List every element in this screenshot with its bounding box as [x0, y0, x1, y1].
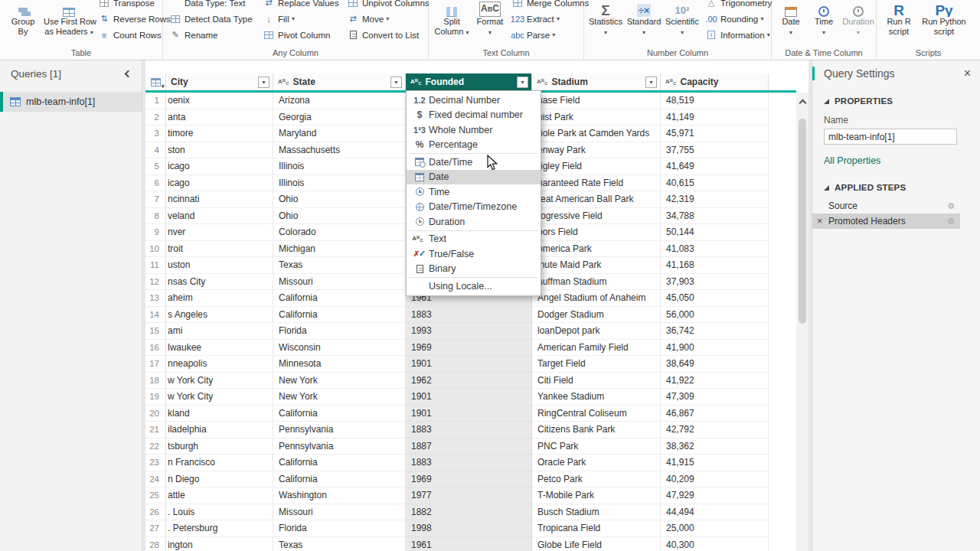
cell-state[interactable]: Wisconsin	[273, 340, 406, 357]
replace-values-button[interactable]: ⇄Replace Values	[259, 0, 343, 11]
split-column-button[interactable]: Split Column ▾	[431, 0, 472, 37]
cell-state[interactable]: Washington	[273, 487, 406, 504]
convert-to-list-button[interactable]: Convert to List	[343, 27, 429, 43]
menu-item-decimal-number[interactable]: 1.2Decimal Number	[407, 93, 541, 108]
row-number[interactable]: 5	[145, 158, 166, 175]
format-button[interactable]: ABC Format ▾	[472, 0, 508, 37]
cell-city[interactable]: nsas City	[166, 274, 273, 291]
cell-capacity[interactable]: 36,742	[661, 323, 769, 340]
cell-capacity[interactable]: 40,209	[661, 471, 769, 488]
cell-stadium[interactable]: auffman Stadium	[532, 274, 661, 291]
cell-city[interactable]: ston	[166, 142, 273, 159]
trigonometry-button[interactable]: △Trigonometry	[701, 0, 776, 11]
cell-capacity[interactable]: 41,649	[661, 158, 769, 175]
gear-icon[interactable]: ⚙	[947, 201, 955, 211]
cell-capacity[interactable]: 38,362	[661, 439, 769, 455]
cell-stadium[interactable]: T-Mobile Park	[532, 487, 661, 504]
cell-stadium[interactable]: Busch Stadium	[532, 504, 661, 521]
cell-founded[interactable]: 1977	[406, 487, 532, 504]
cell-city[interactable]: w York City	[166, 373, 273, 390]
cell-founded[interactable]: 1993	[406, 323, 532, 340]
cell-city[interactable]: s Angeles	[166, 307, 273, 324]
filter-button[interactable]: ▼	[645, 77, 657, 88]
menu-item-binary[interactable]: Binary	[407, 262, 541, 277]
cell-state[interactable]: Ohio	[273, 191, 406, 208]
parse-button[interactable]: abcParse ▾	[508, 27, 593, 43]
cell-city[interactable]: anta	[166, 109, 273, 126]
cell-stadium[interactable]: oors Field	[532, 224, 661, 241]
row-number[interactable]: 2	[145, 109, 166, 126]
cell-city[interactable]: w York City	[166, 389, 273, 406]
row-number[interactable]: 8	[145, 208, 166, 225]
cell-city[interactable]: kland	[166, 406, 273, 422]
cell-stadium[interactable]: Angel Stadium of Anaheim	[532, 290, 661, 307]
step-promoted-headers[interactable]: × Promoted Headers ⚙	[812, 214, 960, 229]
cell-founded[interactable]: 1901	[406, 389, 532, 406]
cell-state[interactable]: California	[273, 471, 406, 488]
column-header-founded[interactable]: ABC Founded ▼	[406, 73, 532, 90]
cell-capacity[interactable]: 47,929	[661, 487, 769, 504]
cell-capacity[interactable]: 40,300	[661, 537, 769, 551]
merge-columns-button[interactable]: Merge Columns	[508, 0, 593, 11]
rounding-button[interactable]: .00Rounding ▾	[701, 11, 776, 27]
applied-steps-section-header[interactable]: APPLIED STEPS	[824, 183, 980, 192]
cell-capacity[interactable]: 45,050	[661, 290, 769, 307]
cell-founded[interactable]: 1883	[406, 455, 532, 471]
query-list-item[interactable]: mlb-team-info[1]	[0, 92, 142, 112]
properties-section-header[interactable]: PROPERTIES	[824, 96, 980, 106]
row-number[interactable]: 4	[145, 142, 166, 159]
cell-stadium[interactable]: American Family Field	[532, 340, 661, 357]
menu-item-timezone[interactable]: Date/Time/Timezone	[407, 200, 541, 215]
cell-state[interactable]: Massachusetts	[273, 142, 406, 159]
cell-capacity[interactable]: 47,309	[661, 389, 769, 406]
menu-item-text[interactable]: ABCText	[407, 232, 541, 247]
cell-capacity[interactable]: 42,792	[661, 422, 769, 439]
cell-capacity[interactable]: 40,615	[661, 175, 769, 192]
cell-capacity[interactable]: 42,319	[661, 191, 769, 208]
cell-founded[interactable]: 1969	[406, 340, 532, 357]
cell-capacity[interactable]: 41,900	[661, 340, 769, 357]
row-number[interactable]: 27	[145, 520, 166, 537]
cell-founded[interactable]: 1962	[406, 373, 532, 390]
fill-button[interactable]: ↓Fill ▾	[259, 11, 343, 27]
row-number[interactable]: 15	[145, 323, 166, 340]
duration-button[interactable]: Duration ▾	[840, 0, 877, 37]
cell-state[interactable]: California	[273, 406, 406, 422]
cell-state[interactable]: Illinois	[273, 158, 406, 175]
row-number[interactable]: 14	[145, 307, 166, 324]
cell-state[interactable]: Florida	[273, 520, 406, 537]
cell-founded[interactable]: 1882	[406, 504, 532, 521]
cell-stadium[interactable]: rigley Field	[532, 158, 661, 175]
cell-city[interactable]: attle	[166, 487, 273, 504]
row-number[interactable]: 13	[145, 290, 166, 307]
time-button[interactable]: Time ▾	[808, 0, 840, 37]
cell-city[interactable]: n Diego	[166, 471, 273, 488]
cell-state[interactable]: Pennsylvania	[273, 422, 406, 439]
cell-city[interactable]: ncinnati	[166, 191, 273, 208]
use-first-row-button[interactable]: Use First Row as Headers ▾	[44, 0, 94, 37]
cell-stadium[interactable]: inute Maid Park	[532, 257, 661, 274]
cell-state[interactable]: Ohio	[273, 208, 406, 225]
cell-stadium[interactable]: Tropicana Field	[532, 520, 661, 537]
cell-stadium[interactable]: uist Park	[532, 109, 661, 126]
cell-state[interactable]: California	[273, 290, 406, 307]
cell-state[interactable]: California	[273, 455, 406, 471]
cell-city[interactable]: timore	[166, 126, 273, 142]
cell-state[interactable]: Georgia	[273, 109, 406, 126]
cell-city[interactable]: ami	[166, 323, 273, 340]
cell-state[interactable]: California	[273, 307, 406, 324]
row-number[interactable]: 6	[145, 175, 166, 192]
collapse-panel-icon[interactable]	[125, 70, 132, 78]
menu-item-truefalse[interactable]: ✗✓True/False	[407, 246, 541, 262]
run-r-script-button[interactable]: R Run R script	[879, 0, 919, 37]
cell-stadium[interactable]: Citi Field	[532, 373, 661, 390]
row-number[interactable]: 21	[145, 422, 166, 439]
row-number[interactable]: 7	[145, 191, 166, 208]
cell-city[interactable]: iladelphia	[166, 422, 273, 439]
date-button[interactable]: Date ▾	[774, 0, 808, 37]
cell-state[interactable]: New York	[273, 373, 406, 390]
cell-state[interactable]: Missouri	[273, 274, 406, 291]
cell-state[interactable]: Maryland	[273, 126, 406, 142]
cell-founded[interactable]: 1901	[406, 356, 532, 373]
menu-item-date[interactable]: Date	[407, 170, 541, 185]
